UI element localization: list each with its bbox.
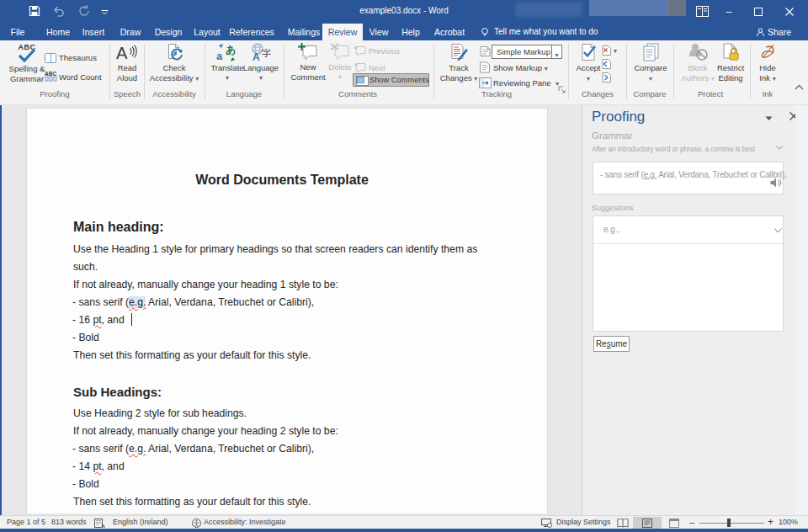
svg-text:a: a xyxy=(216,50,223,61)
svg-text:A: A xyxy=(116,44,128,61)
svg-text:A: A xyxy=(252,51,260,61)
svg-text:ABC: ABC xyxy=(45,71,56,77)
svg-text:あ: あ xyxy=(226,44,236,56)
svg-text:字: 字 xyxy=(262,48,271,58)
